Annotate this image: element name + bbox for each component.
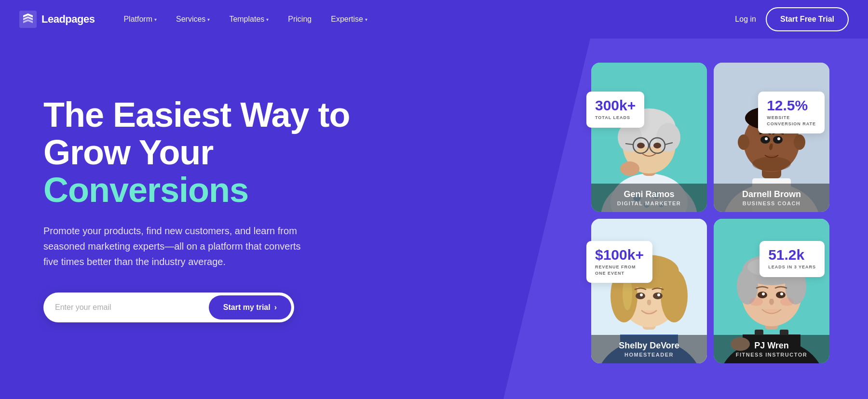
email-input[interactable] [55, 303, 209, 312]
chevron-down-icon: ▾ [154, 17, 157, 22]
stat-badge-conversion-rate: 12.5% WEBSITECONVERSION RATE [758, 92, 825, 133]
chevron-down-icon: ▾ [266, 17, 269, 22]
svg-point-63 [780, 297, 794, 306]
logo[interactable]: Leadpages [19, 11, 95, 28]
hero-section: The Easiest Way to Grow Your Conversions… [0, 39, 868, 399]
shelby-devore-badge: Shelby DeVore HOMESTEADER [591, 335, 707, 363]
svg-point-46 [657, 293, 660, 296]
start-trial-button[interactable]: Start my trial › [209, 295, 291, 319]
darnell-brown-badge: Darnell Brown BUSINESS COACH [714, 184, 829, 212]
navigation: Leadpages Platform ▾ Services ▾ Template… [0, 0, 868, 39]
login-link[interactable]: Log in [735, 15, 756, 24]
svg-point-45 [640, 293, 643, 296]
stat-badge-total-leads: 300k+ TOTAL LEADS [586, 92, 644, 128]
nav-links: Platform ▾ Services ▾ Templates ▾ Pricin… [114, 10, 735, 28]
svg-point-28 [794, 134, 805, 150]
hero-content: The Easiest Way to Grow Your Conversions… [43, 96, 371, 322]
svg-point-20 [620, 161, 639, 176]
geni-ramos-badge: Geni Ramos DIGITAL MARKETER [591, 184, 707, 212]
svg-point-27 [738, 134, 749, 150]
nav-item-templates[interactable]: Templates ▾ [219, 10, 278, 28]
stat-badge-revenue: $100k+ REVENUE FROMONE EVENT [586, 241, 652, 283]
person-card-darnell-brown: Darnell Brown BUSINESS COACH [714, 63, 829, 212]
hero-subtitle: Promote your products, find new customer… [43, 223, 313, 269]
hero-form: Start my trial › [43, 293, 294, 322]
persons-grid: 300k+ TOTAL LEADS 12.5% WEBSITECONVERSIO… [591, 63, 829, 363]
svg-point-41 [661, 269, 688, 322]
person-card-shelby-devore: Shelby DeVore HOMESTEADER [591, 219, 707, 363]
svg-point-62 [749, 297, 763, 306]
nav-item-services[interactable]: Services ▾ [166, 10, 219, 28]
person-card-geni-ramos: Geni Ramos DIGITAL MARKETER [591, 63, 707, 212]
svg-point-32 [777, 137, 780, 140]
person-card-pj-wren: PJ Wren FITNESS INSTRUCTOR [714, 219, 829, 363]
pj-wren-badge: PJ Wren FITNESS INSTRUCTOR [714, 335, 829, 363]
nav-item-platform[interactable]: Platform ▾ [114, 10, 166, 28]
svg-point-60 [762, 293, 765, 295]
chevron-down-icon: ▾ [365, 17, 367, 22]
svg-point-61 [780, 293, 783, 295]
hero-title: The Easiest Way to Grow Your Conversions [43, 96, 371, 209]
svg-point-33 [752, 157, 791, 171]
nav-item-pricing[interactable]: Pricing [278, 10, 321, 28]
start-free-trial-button[interactable]: Start Free Trial [766, 7, 849, 31]
stat-badge-leads-3years: 51.2k LEADS IN 3 YEARS [760, 241, 825, 277]
logo-text: Leadpages [41, 13, 95, 26]
chevron-down-icon: ▾ [207, 17, 210, 22]
svg-point-19 [653, 143, 661, 148]
svg-point-18 [637, 143, 645, 148]
arrow-icon: › [274, 303, 277, 312]
svg-point-31 [765, 137, 768, 140]
nav-item-expertise[interactable]: Expertise ▾ [321, 10, 377, 28]
nav-right: Log in Start Free Trial [735, 7, 849, 31]
logo-icon [19, 11, 37, 28]
